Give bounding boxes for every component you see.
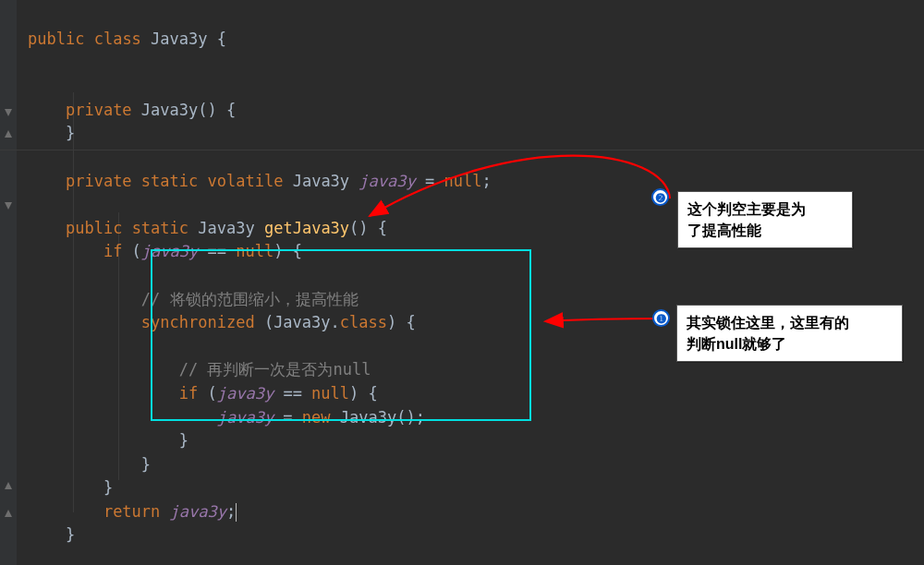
badge-2: ❷ — [651, 188, 669, 206]
code-content[interactable]: public class Java3y { private Java3y() {… — [28, 28, 492, 565]
field-ref: java3y — [217, 384, 274, 403]
operator: == — [274, 384, 311, 403]
open-paren: (Java3y. — [255, 313, 340, 331]
keyword: public — [66, 219, 122, 237]
field-ref: java3y — [170, 502, 226, 521]
brace: } — [103, 478, 113, 497]
null-literal: null — [311, 384, 349, 403]
keyword: if — [103, 242, 122, 260]
field-ref: java3y — [141, 242, 198, 260]
keyword: private — [66, 172, 132, 190]
return-type: Java3y — [198, 219, 254, 237]
callout-1-text-line2: 判断null就够了 — [687, 336, 786, 352]
callout-2-text-line2: 了提高性能 — [687, 222, 761, 238]
paren-brace: () { — [349, 219, 387, 237]
fold-indicator-icon[interactable] — [3, 480, 14, 491]
callout-2-text-line1: 这个判空主要是为 — [687, 201, 806, 217]
callout-2-box: 这个判空主要是为 了提高性能 — [677, 191, 853, 248]
semicolon: ; — [416, 408, 425, 427]
fold-indicator-icon[interactable] — [3, 508, 14, 519]
space — [160, 502, 169, 521]
semicolon: ; — [226, 502, 236, 521]
callout-1-box: 其实锁住这里，这里有的 判断null就够了 — [676, 305, 903, 362]
paren-brace: () { — [198, 101, 236, 119]
null-literal: null — [236, 242, 274, 260]
keyword: static — [141, 172, 198, 190]
keyword: public — [28, 30, 84, 48]
type-name: Java3y — [293, 172, 349, 190]
brace: } — [179, 431, 188, 450]
class-literal: class — [340, 313, 387, 331]
null-literal: null — [444, 172, 481, 190]
fold-indicator-icon[interactable] — [3, 107, 14, 118]
caret-icon — [236, 503, 237, 522]
keyword: class — [94, 30, 141, 48]
brace: { — [208, 30, 226, 48]
semicolon: ; — [481, 172, 491, 190]
comment: // 将锁的范围缩小，提高性能 — [141, 290, 359, 308]
field-name: java3y — [359, 172, 415, 190]
badge-1: ❶ — [652, 309, 670, 327]
constructor-name: Java3y — [141, 101, 198, 119]
class-name: Java3y — [151, 30, 207, 48]
close-paren-brace: ) { — [387, 313, 416, 331]
brace: } — [66, 525, 75, 544]
brace: } — [141, 455, 151, 474]
method-name: getJava3y — [264, 219, 349, 237]
keyword: volatile — [208, 172, 284, 190]
keyword: static — [132, 219, 188, 237]
callout-1-text-line1: 其实锁住这里，这里有的 — [687, 315, 849, 331]
comment: // 再判断一次是否为null — [179, 360, 371, 379]
keyword: private — [66, 101, 132, 119]
close-paren-brace: ) { — [349, 384, 378, 403]
equals: = — [416, 172, 444, 190]
keyword: return — [103, 502, 160, 521]
constructor-call: Java3y() — [331, 408, 416, 427]
fold-indicator-icon[interactable] — [3, 200, 14, 211]
close-paren-brace: ) { — [274, 242, 302, 260]
open-paren: ( — [198, 384, 216, 403]
brace: } — [66, 124, 75, 142]
keyword: if — [179, 384, 198, 403]
open-paren: ( — [122, 242, 140, 260]
equals: = — [274, 408, 302, 427]
field-ref: java3y — [217, 408, 274, 427]
keyword: new — [302, 408, 331, 427]
operator: == — [198, 242, 236, 260]
fold-indicator-icon[interactable] — [3, 128, 14, 139]
keyword: synchronized — [141, 313, 255, 331]
